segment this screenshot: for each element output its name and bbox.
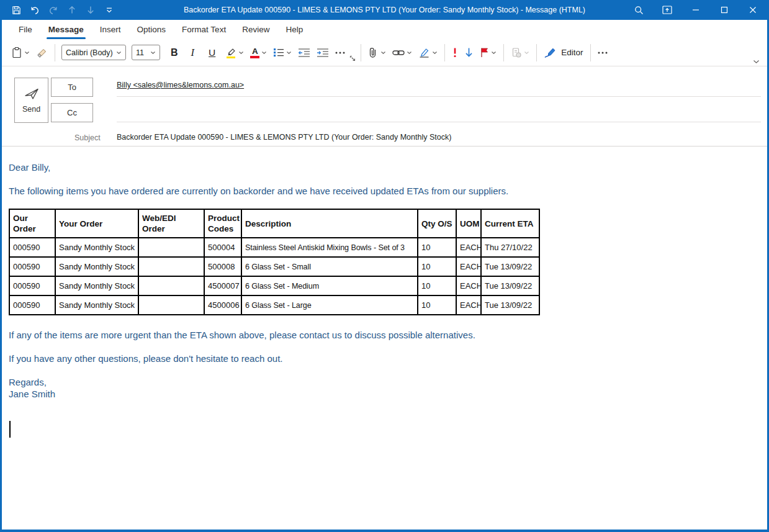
chevron-down-icon xyxy=(380,51,386,55)
cell-your-order: Sandy Monthly Stock xyxy=(55,276,138,295)
subject-field[interactable]: Backorder ETA Update 000590 - LIMES & LE… xyxy=(117,133,761,142)
quick-access-toolbar xyxy=(2,2,117,18)
toolbar-divider xyxy=(55,44,55,61)
font-size-combobox[interactable]: 11 xyxy=(132,45,160,60)
chevron-down-icon xyxy=(432,51,438,55)
table-row: 000590 Sandy Monthly Stock 4500006 6 Gla… xyxy=(9,295,539,315)
send-label: Send xyxy=(22,105,40,114)
move-up-button[interactable] xyxy=(64,2,80,18)
chevron-down-icon xyxy=(24,51,30,55)
table-row: 000590 Sandy Monthly Stock 500004 Stainl… xyxy=(9,238,539,257)
underline-button[interactable]: U xyxy=(204,43,220,62)
bullets-button[interactable] xyxy=(270,43,295,62)
outlook-message-window: Backorder ETA Update 000590 - LIMES & LE… xyxy=(0,0,769,532)
chevron-down-icon xyxy=(286,51,292,55)
cell-qty-os: 10 xyxy=(418,238,456,257)
tab-message[interactable]: Message xyxy=(40,20,92,39)
chevron-down-icon xyxy=(150,51,156,55)
tab-insert[interactable]: Insert xyxy=(92,20,129,39)
send-icon xyxy=(24,87,40,101)
high-importance-button[interactable] xyxy=(449,43,461,62)
cell-product-code: 500004 xyxy=(204,238,241,257)
undo-icon xyxy=(30,6,40,15)
cell-qty-os: 10 xyxy=(418,257,456,276)
text-highlight-button[interactable] xyxy=(222,43,247,62)
paste-icon xyxy=(11,47,22,58)
tab-help[interactable]: Help xyxy=(277,20,311,39)
move-down-button[interactable] xyxy=(83,2,99,18)
search-button[interactable] xyxy=(624,0,653,20)
bold-button[interactable]: B xyxy=(168,43,181,62)
decrease-indent-button[interactable] xyxy=(295,43,313,62)
col-qty-os: Qty O/S xyxy=(418,209,456,238)
font-color-icon: A xyxy=(250,47,259,58)
to-button[interactable]: To xyxy=(51,78,93,97)
send-button[interactable]: Send xyxy=(14,78,48,123)
chevron-down-icon xyxy=(491,51,497,55)
search-icon xyxy=(634,6,644,15)
signature-text: Jane Smith xyxy=(9,388,760,400)
to-field[interactable]: Billy <sales@limes&lemons.com.au> xyxy=(117,77,761,97)
message-body-editor[interactable]: Dear Billy, The following items you have… xyxy=(2,147,767,509)
sensitivity-button[interactable] xyxy=(508,43,533,62)
urgent-note-text: If any of the items are more urgent than… xyxy=(9,329,760,341)
close-icon xyxy=(749,6,757,14)
to-recipient[interactable]: Billy <sales@limes&lemons.com.au> xyxy=(117,81,244,89)
save-button[interactable] xyxy=(8,2,24,18)
close-button[interactable] xyxy=(739,0,767,20)
col-your-order: Your Order xyxy=(55,209,138,238)
cell-your-order: Sandy Monthly Stock xyxy=(55,238,138,257)
highlight-icon xyxy=(225,47,236,58)
save-icon xyxy=(12,6,21,15)
ribbon-display-options-button[interactable] xyxy=(653,0,681,20)
high-importance-icon xyxy=(452,47,458,58)
tab-review[interactable]: Review xyxy=(234,20,277,39)
dialog-launcher-button[interactable] xyxy=(349,55,356,61)
paste-button[interactable] xyxy=(8,43,33,62)
collapse-ribbon-button[interactable] xyxy=(753,60,760,64)
editor-icon xyxy=(544,47,556,58)
maximize-button[interactable] xyxy=(710,0,739,20)
cell-web-edi-order xyxy=(138,295,204,315)
more-paragraph-options-button[interactable] xyxy=(332,43,348,62)
cc-field[interactable] xyxy=(117,102,761,122)
greeting-text: Dear Billy, xyxy=(9,161,760,173)
minimize-button[interactable] xyxy=(681,0,710,20)
italic-button[interactable]: I xyxy=(186,43,200,62)
cell-product-code: 500008 xyxy=(204,257,241,276)
low-importance-icon xyxy=(464,47,474,58)
chevron-down-icon xyxy=(524,51,529,55)
cell-description: 6 Glass Set - Large xyxy=(241,295,418,315)
link-button[interactable] xyxy=(389,43,415,62)
cc-button[interactable]: Cc xyxy=(51,103,93,122)
increase-indent-button[interactable] xyxy=(313,43,332,62)
increase-indent-icon xyxy=(317,48,329,58)
font-color-button[interactable]: A xyxy=(247,43,270,62)
customize-quick-access-button[interactable] xyxy=(101,2,117,18)
font-name-value: Calibri (Body) xyxy=(66,48,113,57)
toolbar-divider xyxy=(503,44,504,61)
decrease-indent-icon xyxy=(298,48,310,58)
signature-button[interactable] xyxy=(415,43,441,62)
attach-file-button[interactable] xyxy=(365,43,389,62)
toolbar-divider xyxy=(536,44,537,61)
undo-button[interactable] xyxy=(27,2,43,18)
cell-description: Stainless Steel Antiskid Mixing Bowls - … xyxy=(241,238,418,257)
backorder-table: Our Order Your Order Web/EDI Order Produ… xyxy=(9,209,540,315)
cell-web-edi-order xyxy=(138,238,204,257)
signature-icon xyxy=(418,47,430,58)
format-painter-button[interactable] xyxy=(33,43,51,62)
cell-current-eta: Tue 13/09/22 xyxy=(481,276,539,295)
customize-quick-access-icon xyxy=(106,7,112,13)
more-commands-button[interactable] xyxy=(595,43,611,62)
editor-button[interactable]: Editor xyxy=(541,43,586,62)
cell-qty-os: 10 xyxy=(418,295,456,315)
low-importance-button[interactable] xyxy=(461,43,477,62)
font-name-combobox[interactable]: Calibri (Body) xyxy=(61,45,126,60)
cell-uom: EACH xyxy=(456,238,481,257)
tab-options[interactable]: Options xyxy=(129,20,174,39)
tab-format-text[interactable]: Format Text xyxy=(174,20,234,39)
tab-file[interactable]: File xyxy=(11,20,40,39)
follow-up-flag-button[interactable] xyxy=(477,43,500,62)
redo-button[interactable] xyxy=(45,2,61,18)
